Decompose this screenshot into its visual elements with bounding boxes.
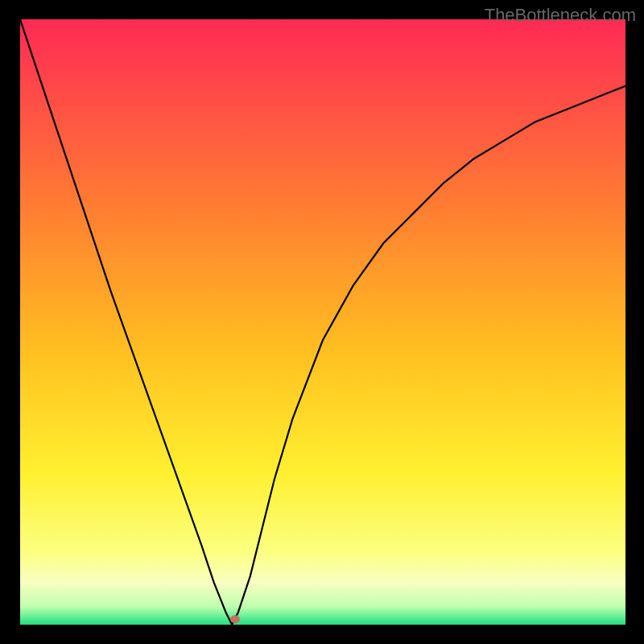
chart-background [20, 19, 625, 625]
attribution-text: TheBottleneck.com [485, 5, 636, 26]
chart-svg [20, 19, 625, 625]
bottleneck-chart [20, 19, 625, 625]
optimum-marker [230, 615, 240, 623]
